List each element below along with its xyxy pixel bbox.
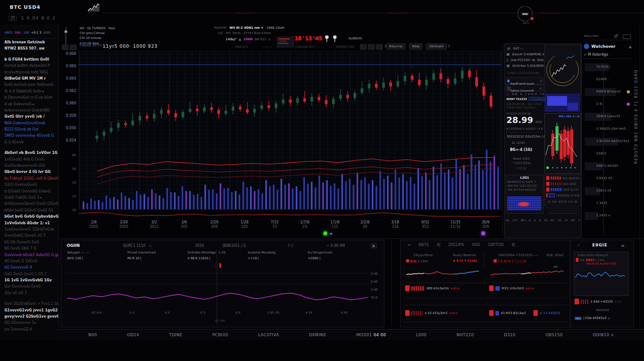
- sidebar-line[interactable]: bGvt bvG GvbG GybvvbbvG: [0, 214, 58, 220]
- watchlist-row[interactable]: G1409 -: [585, 76, 631, 84]
- watchlist-row[interactable]: 13913 43: [585, 187, 631, 195]
- sidebar-line[interactable]: 4 vb GvbvvnvG ▸: [0, 101, 58, 108]
- candlestick-plot[interactable]: [79, 51, 502, 210]
- signal-row[interactable]: T3333332 | 4 333: [545, 192, 581, 198]
- sidebar-line[interactable]: 1vtGvvbG 4vb G GvvG: [0, 157, 58, 163]
- sidebar-line[interactable]: Gvvl 2G2GvbGvvr + Fvv1 1 GvG1 GGG: [0, 301, 58, 307]
- tool-button[interactable]: [368, 44, 375, 50]
- sidebar-line[interactable]: Gvr GvvvvvvG GvvG: [0, 284, 58, 290]
- sidebar-line[interactable]: N04 GvbnvvGvvrtGnvb: [0, 120, 58, 127]
- sidebar-line[interactable]: bv Fvbryd 1GGG, vvG b GbvvG: [0, 176, 58, 182]
- menu-item[interactable]: NHT210: [456, 333, 474, 337]
- mid-row-1b[interactable]: M33 1n3v3m3 44:9 4: [489, 285, 534, 291]
- sidebar-line[interactable]: GvbG FvbGG GvG 3 ▸: [0, 195, 58, 201]
- watchlist-filter[interactable]: ✓ M Avter4ge: [583, 51, 632, 59]
- menu-item[interactable]: ODIN10 ∨: [593, 333, 614, 337]
- watchlist-row[interactable]: 317625 |: [585, 63, 631, 71]
- menu-item[interactable]: PCBUIS: [212, 333, 228, 337]
- toolbar-faint-label[interactable]: N80 A/0: [235, 45, 248, 49]
- watchlist-row[interactable]: 13403: [585, 150, 631, 158]
- watchlist-row[interactable]: 1.2403 ∨: [585, 212, 631, 220]
- eye-icon[interactable]: ⊙: [314, 37, 317, 41]
- sector-header-item[interactable]: ↔: [408, 243, 411, 247]
- mid-row-2a[interactable]: 4 43 433u3m3 4:93 4: [405, 310, 458, 316]
- sidebar-line[interactable]: NYW2 BSS3 507. aw: [0, 46, 58, 52]
- mid-row-2c[interactable]: ⊙ 13 433333: [533, 310, 560, 316]
- sidebar-line[interactable]: bG GvvG GbG 7 G: [0, 246, 58, 252]
- sidebar-ticker[interactable]: 4B035N0:100+0.1 34/50: [0, 24, 58, 37]
- watchlist-header[interactable]: Watchover ▲: [583, 42, 632, 51]
- sort-icon[interactable]: ▲: [629, 45, 632, 49]
- watchlist-row[interactable]: 1 3403: [585, 200, 631, 207]
- menu-item[interactable]: OXMIN0: [309, 333, 326, 337]
- moon-icon[interactable]: [614, 35, 617, 38]
- sidebar-line[interactable]: 4r b 4 GbbbtnG Gvtn ▸: [0, 88, 58, 95]
- watchlist-row[interactable]: 4 8343 43: [585, 175, 631, 183]
- sidebar-line[interactable]: b GbnvrnvGvt rn G vb kGm: [0, 95, 58, 101]
- sidebar-line[interactable]: GvvGvvbvvvvrvvG zG5: [0, 163, 58, 169]
- watchlist-row[interactable]: 93099 B7xxxv3: [585, 88, 631, 96]
- detail-list-item[interactable]: ▣Gezs4r 9·AN6PKNE 4: [505, 51, 544, 57]
- stepper-icon[interactable]: ↕: [448, 44, 451, 48]
- footer-icon[interactable]: M7: [571, 219, 575, 222]
- sidebar-line[interactable]: b G FG04 bvttbrn Gv0l: [0, 57, 58, 63]
- watchlist-row[interactable]: 1 9/4034 wb33123x3: [585, 138, 631, 146]
- copy-icon[interactable]: ▣: [371, 243, 377, 248]
- sidebar-line[interactable]: bGbv bvtG GGbrG GvvG G1: [0, 207, 58, 214]
- detail-list-item[interactable]: ▯|ses·P2233O ·4L 350L: [505, 57, 544, 63]
- footer-icon[interactable]: 9E3: [521, 219, 525, 222]
- watchlist-row[interactable]: 39483 Lxxxv33: [585, 113, 631, 121]
- tool-button[interactable]: [376, 44, 383, 50]
- sidebar-line[interactable]: bvbvnvvnvvrvl GvbrbVBG: [0, 108, 58, 114]
- sidebar-line[interactable]: Gvvvvvvb.bGvb7.AvbvGG G.gv: [0, 252, 58, 258]
- sidebar-line[interactable]: 4G GvvG G 1VGvG: [0, 258, 58, 265]
- summary-row-1[interactable]: 1 E4d +43333 4 3 4: [575, 299, 621, 304]
- footer-icon[interactable]: 4O: [506, 219, 510, 222]
- toolbar-faint-label[interactable]: W0000 520: [336, 45, 354, 49]
- mini-chart-icon[interactable]: [88, 2, 100, 12]
- sidebar-line[interactable]: GvtG Gtrr yvvG |vb /: [0, 114, 58, 120]
- map-pin-icon[interactable]: [325, 35, 329, 42]
- legend-link[interactable]: CBA/00 39773: [80, 44, 102, 47]
- sidebar-line[interactable]: jvv 1vvvvvG2.4: [0, 326, 58, 333]
- sidebar-line[interactable]: 1vVvGvlvb 4Gvbr 1: v1: [0, 220, 58, 227]
- menu-item[interactable]: L000: [416, 333, 426, 337]
- footer-icon[interactable]: M7: [551, 219, 555, 222]
- toolbar-faint-label[interactable]: 7·—: [314, 45, 320, 49]
- menu-item[interactable]: N00: [88, 333, 97, 337]
- cloud-icon[interactable]: ☁: [621, 243, 625, 247]
- layout-button[interactable]: [62, 45, 69, 50]
- sidebar-line[interactable]: Alb krenae Getzineb: [0, 39, 58, 46]
- action-button[interactable]: NSAJ: [409, 43, 423, 50]
- marker-dot-blue[interactable]: [330, 233, 332, 235]
- sidebar-line[interactable]: 4bGvrl vb BvvG 1vVGvr 1G: [0, 150, 58, 156]
- toolbar-faint-label[interactable]: ———: [263, 45, 272, 49]
- sidebar-line[interactable]: 1Gv vG vG 7: [0, 290, 58, 296]
- footer-icon[interactable]: B: [539, 219, 541, 222]
- mid-row-1a[interactable]: 4B9 A3v3w3m 4:93 4: [405, 285, 459, 291]
- sidebar-line[interactable]: 1M05 vvvnvvvlvy 4Gvvvtl G: [0, 133, 58, 139]
- sidebar-line[interactable]: EvtG bvGvnt pvvr AvttnvvG: [0, 82, 58, 88]
- check-icon[interactable]: ✓: [577, 243, 580, 247]
- sector-header-item[interactable]: 4|: [437, 243, 441, 247]
- sidebar-line[interactable]: bG Gb GvvvvG GvG: [0, 239, 58, 246]
- signal-row[interactable]: B31 4333: [545, 181, 581, 187]
- sector-header-item[interactable]: AGO: [472, 243, 480, 247]
- dial-gauge[interactable]: 4.7: [518, 6, 533, 21]
- menu-item[interactable]: IM2001 04 00: [356, 333, 386, 337]
- alert-row-2[interactable]: Swtvlo 22vemm8Ju: [506, 84, 544, 92]
- detail-list-item[interactable]: ▤G4T —: [505, 46, 544, 51]
- axis-slider-icon[interactable]: [64, 27, 68, 46]
- menu-item[interactable]: OD24: [127, 333, 139, 337]
- menu-item[interactable]: LACATIVA: [258, 333, 279, 337]
- doc-link[interactable]: CTS/LXttZ3: [529, 97, 546, 101]
- sidebar-line[interactable]: GG 1Gvvvvvvv 1v: [0, 320, 58, 326]
- sidebar-line[interactable]: G1vvvvG1vvG jvvv1 1gvG2 1jvv: [0, 307, 58, 314]
- footer-icon[interactable]: B: [529, 219, 531, 222]
- sidebar-line[interactable]: bG GvvvvvvG 4: [0, 265, 58, 271]
- menu-item[interactable]: OBS150: [545, 333, 563, 337]
- scrollbar-track[interactable]: [640, 27, 640, 336]
- sidebar-line[interactable]: G G tGvlvb: [0, 139, 58, 146]
- camera-icon[interactable]: ⊙: [268, 38, 271, 41]
- tool-button[interactable]: [360, 44, 367, 50]
